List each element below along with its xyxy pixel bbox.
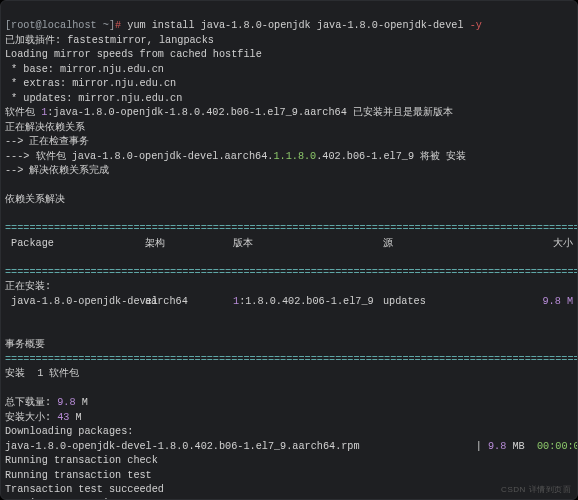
col-arch: 架构 (145, 237, 233, 251)
cell-version: 1:1.8.0.402.b06-1.el7_9 (233, 295, 383, 309)
cell-arch: aarch64 (145, 295, 233, 309)
line-plugins: 已加载插件: fastestmirror, langpacks (5, 35, 214, 46)
col-version: 版本 (233, 237, 383, 251)
installed-size: 安装大小: 43 M (5, 412, 82, 423)
run-check: Running transaction check (5, 455, 158, 466)
table-sep-bottom: ========================================… (5, 354, 578, 365)
line-mirror-updates: * updates: mirror.nju.edu.cn (5, 93, 182, 104)
install-count: 安装 1 软件包 (5, 368, 79, 379)
line-dash-check: --> 正在检查事务 (5, 136, 89, 147)
table-sep-top: ========================================… (5, 223, 578, 234)
total-download: 总下载量: 9.8 M (5, 397, 88, 408)
cell-name: java-1.8.0-openjdk-devel (5, 295, 145, 309)
rpm-line: java-1.8.0-openjdk-devel-1.8.0.402.b06-1… (5, 441, 578, 452)
col-package: Package (5, 237, 145, 251)
col-repo: 源 (383, 237, 471, 251)
txn-summary: 事务概要 (5, 339, 45, 350)
line-mirror-base: * base: mirror.nju.edu.cn (5, 64, 164, 75)
prompt-line[interactable]: [root@localhost ~]# yum install java-1.8… (5, 20, 482, 31)
command-flag: -y (470, 20, 482, 31)
terminal-output[interactable]: [root@localhost ~]# yum install java-1.8… (5, 5, 573, 495)
cell-repo: updates (383, 295, 471, 309)
watermark: CSDN 详情到页面 (501, 484, 571, 495)
table-header-row: Package架构版本源大小 (5, 237, 573, 251)
command-text: yum install java-1.8.0-openjdk java-1.8.… (127, 20, 469, 31)
line-deps-resolved: 依赖关系解决 (5, 194, 65, 205)
installing-header: 正在安装: (5, 281, 51, 292)
table-sep-mid: ========================================… (5, 267, 578, 278)
line-resolving: 正在解决依赖关系 (5, 122, 85, 133)
test-ok: Transaction test succeeded (5, 484, 164, 495)
line-mirror-extras: * extras: mirror.nju.edu.cn (5, 78, 176, 89)
cell-size: 9.8 M (471, 295, 573, 309)
run-test: Running transaction test (5, 470, 152, 481)
line-dash-done: --> 解决依赖关系完成 (5, 165, 109, 176)
line-loading-mirror: Loading mirror speeds from cached hostfi… (5, 49, 262, 60)
prompt-userhost: [root@localhost ~] (5, 20, 115, 31)
col-size: 大小 (471, 237, 573, 251)
table-row: java-1.8.0-openjdk-develaarch641:1.8.0.4… (5, 295, 573, 309)
downloading-header: Downloading packages: (5, 426, 133, 437)
line-pkg-latest: 软件包 1:java-1.8.0-openjdk-1.8.0.402.b06-1… (5, 107, 453, 118)
prompt-hash: # (115, 20, 121, 31)
line-dash-pkg: ---> 软件包 java-1.8.0-openjdk-devel.aarch6… (5, 151, 466, 162)
